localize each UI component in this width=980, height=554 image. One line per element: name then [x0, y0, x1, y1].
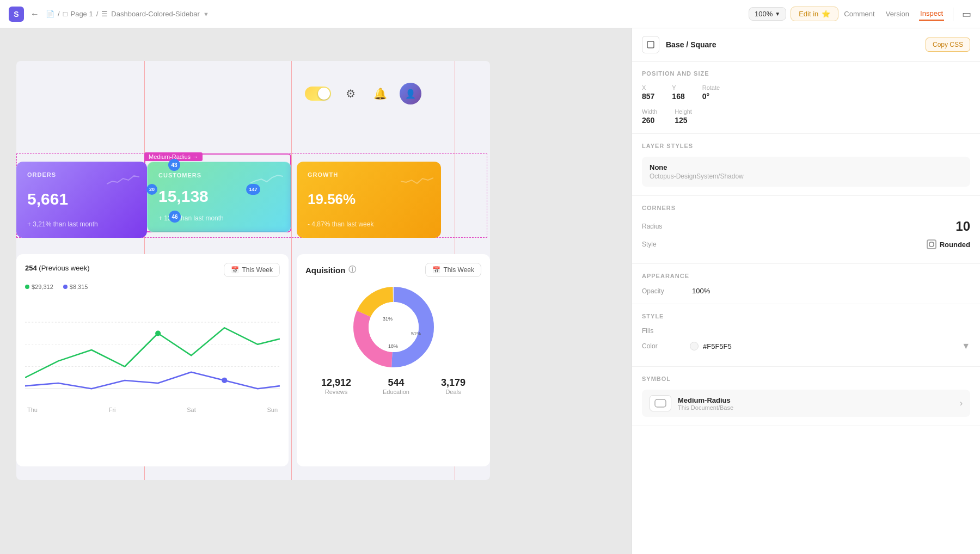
symbol-info: Medium-Radius This Document/Base — [678, 396, 953, 411]
rotate-prop: Rotate 0° — [702, 84, 720, 101]
breadcrumb: 📄 / □ Page 1 / ☰ Dashboard-Colored-Sideb… — [46, 10, 209, 18]
donut-chart-svg: 31% 51% 18% — [350, 284, 437, 371]
x-label-sat: Sat — [187, 407, 196, 413]
page-icon: □ — [63, 10, 68, 18]
panel-left-prev: 254 (Previous week) — [25, 264, 90, 272]
this-week-label-right: This Week — [444, 266, 474, 274]
color-expand-icon[interactable]: ▼ — [961, 341, 970, 351]
frame-name[interactable]: Dashboard-Colored-Sidebar — [111, 10, 200, 18]
radius-value: 10 — [955, 219, 970, 234]
panel-right-header: Aquisition ⓘ 📅 This Week — [305, 263, 481, 277]
layer-style-sub: Octopus-DesignSystem/Shadow — [650, 173, 963, 180]
radius-label: Radius — [642, 223, 685, 230]
info-icon: ⓘ — [348, 265, 356, 275]
file-icon: 📄 — [46, 10, 54, 18]
topbar-left: S ← 📄 / □ Page 1 / ☰ Dashboard-Colored-S… — [9, 7, 744, 22]
legend-label-2: $8,315 — [70, 284, 88, 290]
style-section: STYLE Fills Color #F5F5F5 ▼ — [632, 304, 980, 367]
acquisition-panel: Aquisition ⓘ 📅 This Week — [297, 254, 490, 466]
layout-toggle-icon[interactable]: ▭ — [962, 8, 971, 20]
inspect-tab[interactable]: Inspect — [919, 7, 944, 21]
component-name: Base / Square — [666, 40, 919, 49]
this-week-label-left: This Week — [242, 266, 273, 274]
position-size-section: POSITION AND SIZE X 857 Y 168 Rotate 0° … — [632, 61, 980, 134]
customers-card: CUSTOMERS 15,138 + 12% than last month — [147, 162, 291, 232]
calendar-icon-right: 📅 — [432, 266, 440, 274]
customers-value: 15,138 — [158, 187, 280, 206]
fills-label: Fills — [642, 327, 685, 335]
legend-label-1: $29,312 — [32, 284, 53, 290]
symbol-name: Medium-Radius — [678, 396, 953, 404]
prev-week-label: (Previous week) — [39, 264, 89, 272]
x-prop: X 857 — [642, 84, 654, 101]
symbol-sub: This Document/Base — [678, 404, 953, 411]
prev-week-num: 254 — [25, 264, 37, 272]
color-swatch — [690, 342, 699, 350]
badge-43: 43 — [168, 159, 180, 171]
orders-sub: + 3,21% than last month — [27, 220, 136, 228]
topbar-divider — [953, 8, 953, 21]
stat-deals: 3,179 Deals — [441, 377, 465, 395]
this-week-button-left[interactable]: 📅 This Week — [224, 263, 280, 277]
canvas-area[interactable]: Medium-Radius → ⚙ 🔔 👤 ORDERS 5,661 + 3,2… — [0, 28, 632, 554]
style-label: Style — [642, 241, 685, 248]
breadcrumb-separator-2: / — [96, 10, 99, 18]
legend-dot-2 — [63, 285, 68, 289]
acquisition-title: Aquisition ⓘ — [305, 265, 356, 275]
copy-css-button[interactable]: Copy CSS — [926, 38, 970, 52]
topbar-center: 100% ▼ Edit in ⭐ — [749, 7, 838, 21]
inspect-top: Base / Square Copy CSS — [632, 28, 980, 61]
corners-radius-row: Radius 10 — [642, 219, 970, 234]
fills-row: Fills — [642, 327, 970, 335]
orders-sparkline — [107, 170, 139, 189]
edit-in-button[interactable]: Edit in ⭐ — [791, 7, 838, 21]
symbol-title: SYMBOL — [642, 376, 970, 382]
deals-label: Deals — [441, 389, 465, 395]
svg-rect-9 — [647, 41, 654, 48]
opacity-value: 100% — [692, 287, 710, 295]
education-value: 544 — [383, 377, 409, 389]
color-hex: #F5F5F5 — [703, 342, 732, 350]
theme-toggle[interactable] — [305, 87, 331, 101]
zoom-chevron: ▼ — [775, 11, 780, 17]
settings-icon[interactable]: ⚙ — [341, 84, 360, 103]
orders-value: 5,661 — [27, 190, 136, 208]
chevron-right-icon: › — [960, 398, 963, 408]
style-title: STYLE — [642, 313, 970, 319]
growth-sub: - 4,87% than last week — [308, 220, 430, 228]
acquisition-stats: 12,912 Reviews 544 Education 3,179 Deals — [305, 377, 481, 395]
deals-value: 3,179 — [441, 377, 465, 389]
back-button[interactable]: ← — [27, 7, 42, 22]
donut-chart-wrap: 31% 51% 18% — [305, 284, 481, 371]
user-avatar[interactable]: 👤 — [400, 83, 421, 104]
breadcrumb-separator: / — [58, 10, 60, 18]
growth-sparkline — [401, 170, 433, 189]
page-name[interactable]: Page 1 — [70, 10, 93, 18]
corners-style-row: Style Rounded — [642, 239, 970, 249]
reviews-value: 12,912 — [321, 377, 351, 389]
corners-title: CORNERS — [642, 205, 970, 211]
zoom-control[interactable]: 100% ▼ — [749, 7, 786, 21]
layer-styles-section: LAYER STYLES None Octopus-DesignSystem/S… — [632, 134, 980, 196]
line-chart-panel: 254 (Previous week) 📅 This Week $29,312 — [16, 254, 289, 466]
calendar-icon-left: 📅 — [231, 266, 239, 274]
orders-card: ORDERS 5,661 + 3,21% than last month — [16, 162, 147, 238]
width-prop: Width 260 — [642, 108, 657, 125]
stat-education: 544 Education — [383, 377, 409, 395]
canvas-inner: Medium-Radius → ⚙ 🔔 👤 ORDERS 5,661 + 3,2… — [0, 28, 632, 554]
topbar-right: Comment Version Inspect ▭ — [843, 7, 971, 21]
chart-x-labels: Thu Fri Sat Sun — [25, 407, 280, 413]
line-chart-svg — [25, 296, 280, 404]
x-label-sun: Sun — [267, 407, 278, 413]
version-tab[interactable]: Version — [885, 8, 910, 20]
app-logo[interactable]: S — [9, 7, 24, 22]
this-week-button-right[interactable]: 📅 This Week — [425, 263, 481, 277]
inspect-panel: Base / Square Copy CSS POSITION AND SIZE… — [632, 28, 980, 554]
star-icon: ⭐ — [822, 10, 830, 18]
x-label-thu: Thu — [27, 407, 38, 413]
notification-icon[interactable]: 🔔 — [370, 84, 390, 103]
legend: $29,312 $8,315 — [25, 284, 280, 290]
edit-label: Edit in — [799, 10, 818, 18]
symbol-row[interactable]: Medium-Radius This Document/Base › — [642, 390, 970, 417]
comment-tab[interactable]: Comment — [843, 8, 875, 20]
